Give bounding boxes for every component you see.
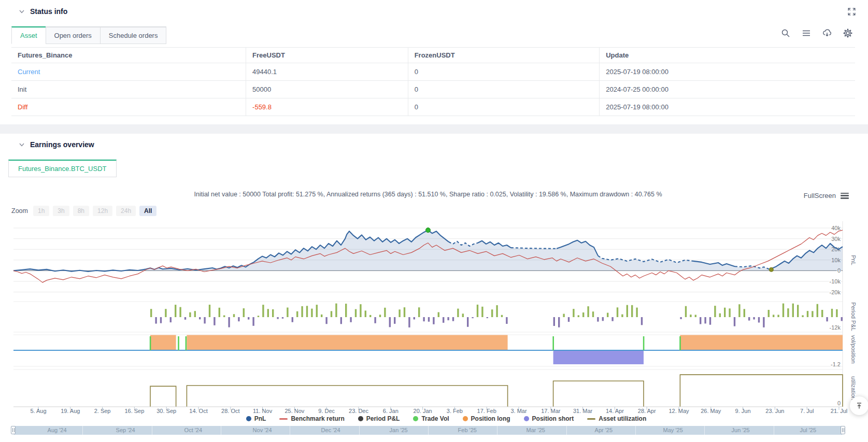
zoom-option-3h[interactable]: 3h	[53, 206, 69, 216]
collapse-chevron-icon[interactable]	[19, 141, 25, 148]
navigator-divider	[635, 426, 636, 435]
menu-icon[interactable]	[802, 28, 811, 38]
up-arrow-icon	[855, 402, 863, 410]
x-axis-tick-label: 25. Nov	[284, 408, 304, 414]
tab-asset[interactable]: Asset	[11, 26, 46, 44]
navigator-divider	[221, 426, 221, 435]
x-axis-tick-label: 17. Feb	[477, 408, 496, 414]
min-point-marker	[769, 267, 773, 272]
circle-marker	[524, 416, 529, 421]
position-long-bands	[150, 335, 843, 350]
zoom-option-1h[interactable]: 1h	[33, 206, 49, 216]
x-axis-tick-label: 30. Sep	[156, 408, 176, 414]
tab-futures-binance-btc-usdt[interactable]: Futures_Binance.BTC_USDT	[8, 160, 117, 177]
column-header: Update	[600, 48, 855, 63]
chart-legend: PnLBenchmark returnPeriod P&LTrade VolPo…	[13, 415, 843, 422]
fullscreen-button[interactable]: FullScreen	[804, 192, 836, 199]
x-axis-tick-label: 26. May	[701, 408, 721, 414]
x-axis-tick-label: 28. Apr	[638, 408, 656, 414]
x-axis-tick-label: 5. Aug	[30, 408, 46, 414]
back-to-top-button[interactable]	[850, 396, 868, 415]
navigator-divider	[152, 426, 152, 435]
earnings-tab-label: Futures_Binance.BTC_USDT	[18, 165, 107, 173]
navigator-month-label: Dec '24	[321, 427, 340, 433]
navigator-divider	[774, 426, 774, 435]
column-header: FreeUSDT	[246, 48, 408, 63]
zoom-option-all[interactable]: All	[139, 206, 156, 216]
y-axis-tick-label: 40k	[831, 225, 841, 231]
navigator-divider	[359, 426, 360, 435]
x-axis-tick-label: 3. Feb	[447, 408, 463, 414]
collapse-chevron-icon[interactable]	[19, 8, 25, 15]
navigator-divider	[82, 426, 83, 435]
cell-value: -559.8	[246, 98, 408, 116]
table-actions	[781, 28, 852, 38]
x-axis-tick-label: 31. Mar	[573, 408, 593, 414]
max-point-marker	[426, 228, 431, 233]
zoom-label: Zoom	[11, 207, 28, 215]
position-short-bands	[553, 351, 644, 364]
navigator-month-label: Sep '24	[116, 427, 135, 433]
zoom-controls: Zoom 1h3h8h12h24hAll	[11, 206, 156, 216]
navigator-month-label: May '25	[663, 427, 683, 433]
table-row: Diff-559.802025-07-19 08:00:00	[11, 98, 855, 116]
chart-navigator[interactable]: Aug '24Sep '24Oct '24Nov '24Dec '24Jan '…	[13, 426, 843, 435]
x-axis-tick-label: 6. Jan	[383, 408, 399, 414]
navigator-month-label: Nov '24	[253, 427, 272, 433]
x-axis-tick-label: 14. Oct	[189, 408, 207, 414]
x-axis-tick-label: 16. Sep	[124, 408, 144, 414]
legend-item-pnl[interactable]: PnL	[246, 415, 266, 422]
cell-value: 0	[408, 98, 600, 116]
legend-item-benchmark-return[interactable]: Benchmark return	[279, 415, 344, 422]
legend-label: PnL	[254, 415, 266, 422]
navigator-month-label: Apr '25	[595, 427, 613, 433]
cell-value: 2025-07-19 08:00:00	[600, 63, 855, 81]
cell-value: 50000	[246, 81, 408, 98]
legend-item-asset-utilization[interactable]: Asset utilization	[587, 415, 646, 422]
column-header: Futures_Binance	[11, 48, 246, 63]
x-axis-tick-label: 28. Oct	[221, 408, 239, 414]
navigator-left-handle[interactable]	[11, 426, 16, 434]
asset-utilization-steps	[150, 375, 843, 407]
navigator-right-handle[interactable]	[841, 426, 845, 434]
status-info-header: Status info	[19, 7, 67, 16]
search-icon[interactable]	[781, 28, 790, 38]
cell-value: 2024-07-25 00:00:00	[600, 81, 855, 98]
x-axis-tick-label: 7. Jul	[800, 408, 814, 414]
navigator-month-label: Jul '25	[800, 427, 816, 433]
y-axis-tick-label: -1.2	[831, 361, 841, 367]
legend-item-position-short[interactable]: Position short	[524, 415, 574, 422]
zoom-option-8h[interactable]: 8h	[73, 206, 89, 216]
line-marker	[279, 418, 288, 420]
tab-open-orders[interactable]: Open orders	[46, 26, 101, 44]
earnings-chart[interactable]: 40k30k20k10k0-10k-20k-12k-1.205. Aug19. …	[0, 218, 868, 415]
trading-dashboard: Status info AssetOpen ordersSchedule ord…	[0, 0, 868, 442]
y-axis-tick-label: 30k	[831, 236, 841, 242]
zoom-option-12h[interactable]: 12h	[93, 206, 112, 216]
legend-item-position-long[interactable]: Position long	[463, 415, 510, 422]
row-label[interactable]: Current	[11, 63, 246, 81]
gear-icon[interactable]	[843, 28, 852, 38]
y-axis-tick-label: 0	[837, 400, 841, 406]
tab-schedule-orders[interactable]: Schedule orders	[100, 26, 167, 44]
cell-value: 49440.1	[246, 63, 408, 81]
section-title: Status info	[30, 7, 67, 16]
legend-item-period-p&l[interactable]: Period P&L	[358, 415, 400, 422]
cloud-download-icon[interactable]	[822, 28, 832, 38]
row-label: Init	[11, 81, 246, 98]
section-title: Earnings overview	[30, 140, 94, 149]
zoom-option-24h[interactable]: 24h	[116, 206, 136, 216]
chart-menu-icon[interactable]	[841, 193, 849, 199]
legend-item-trade-vol[interactable]: Trade Vol	[413, 415, 449, 422]
navigator-month-label: Jan '25	[390, 427, 408, 433]
navigator-divider	[566, 426, 567, 435]
expand-icon[interactable]	[847, 7, 856, 16]
x-axis-tick-label: 23. Dec	[349, 408, 368, 414]
y-axis-tick-label: -12k	[830, 324, 841, 331]
x-axis-tick-label: 14. Apr	[606, 408, 624, 414]
x-axis-tick-label: 12. May	[668, 408, 689, 414]
navigator-divider	[428, 426, 429, 435]
navigator-month-label: Mar '25	[527, 427, 545, 433]
period-pnl-bars	[150, 304, 843, 327]
x-axis-tick-label: 20. Jan	[414, 408, 432, 414]
